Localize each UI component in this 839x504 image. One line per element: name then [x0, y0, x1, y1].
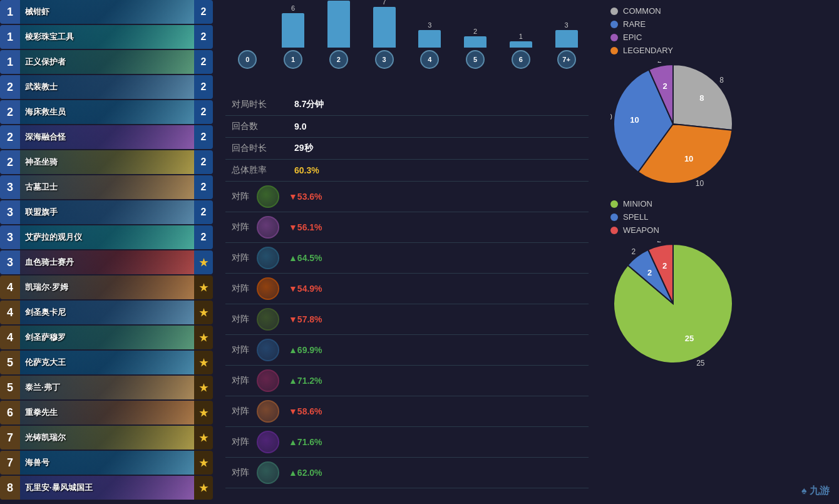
card-cost: 6: [0, 401, 20, 424]
card-count: 2: [194, 100, 213, 124]
card-count: ★: [194, 376, 213, 399]
card-name: 光铸凯瑞尔: [25, 432, 66, 443]
card-count: 2: [194, 25, 213, 49]
pie-outer-label: 2: [657, 241, 661, 244]
matchup-row: 对阵▲64.5%: [225, 243, 589, 274]
bar-element: [373, 7, 396, 48]
card-item[interactable]: 3血色骑士赛丹★: [0, 250, 213, 274]
matchup-row: 对阵▲71.6%: [225, 427, 589, 458]
matchup-label: 对阵: [232, 314, 250, 325]
card-cost: 1: [0, 50, 20, 74]
matchup-icon: [257, 308, 279, 331]
card-item[interactable]: 5泰兰·弗丁★: [0, 376, 213, 399]
pie-outer-label: 10: [696, 179, 704, 187]
card-count: 2: [194, 175, 213, 199]
card-count: 2: [194, 125, 213, 149]
card-item[interactable]: 7光铸凯瑞尔★: [0, 426, 213, 450]
type-pie-chart: 25252222: [610, 241, 736, 366]
card-name: 联盟旗手: [25, 207, 58, 218]
type-legend-dot: [610, 213, 618, 221]
pie-outer-label: 8: [719, 76, 724, 85]
card-image: 联盟旗手: [20, 200, 194, 224]
bar-label: 7+: [557, 50, 576, 69]
bar-group: 37+: [544, 21, 589, 69]
card-name-overlay: 瓦里安·暴风城国王: [20, 476, 194, 500]
card-cost: 3: [0, 175, 20, 199]
matchup-icon: [257, 461, 279, 484]
matchup-row: 对阵▼56.1%: [225, 212, 589, 243]
card-image: 海床救生员: [20, 100, 194, 124]
bar-label: 6: [512, 50, 530, 69]
card-image: 剑圣奥卡尼: [20, 301, 194, 324]
card-cost: 2: [0, 125, 20, 149]
stats-row: 对局时长8.7分钟: [225, 94, 589, 116]
type-legend-label: WEAPON: [623, 225, 659, 235]
card-item[interactable]: 3联盟旗手2: [0, 200, 213, 224]
matchup-rate: ▼56.1%: [289, 222, 322, 232]
card-name: 海兽号: [25, 457, 49, 468]
card-item[interactable]: 5伦萨克大王★: [0, 351, 213, 374]
matchup-rate: ▲71.6%: [289, 437, 322, 447]
bar-label: 0: [238, 50, 257, 69]
card-item[interactable]: 2深海融合怪2: [0, 125, 213, 149]
rarity-legend-item: LEGENDARY: [610, 46, 830, 55]
matchup-label: 对阵: [232, 191, 250, 202]
card-item[interactable]: 1正义保护者2: [0, 50, 213, 74]
card-item[interactable]: 3古墓卫士2: [0, 175, 213, 199]
card-cost: 1: [0, 25, 20, 49]
bar-element: [510, 41, 532, 48]
card-count: ★: [194, 326, 213, 349]
bar-element: [282, 13, 304, 48]
card-image: 伦萨克大王: [20, 351, 194, 374]
stats-value: 29秒: [288, 138, 589, 160]
pie-outer-label: 2: [657, 61, 662, 64]
card-name: 深海融合怪: [25, 131, 66, 143]
card-item[interactable]: 1械钳虾2: [0, 0, 213, 24]
middle-panel: 061827334251637+ 对局时长8.7分钟回合数9.0回合时长29秒总…: [213, 0, 601, 504]
card-item[interactable]: 4剑圣萨穆罗★: [0, 326, 213, 349]
card-name-overlay: 艾萨拉的观月仪: [20, 225, 194, 249]
card-item[interactable]: 8瓦里安·暴风城国王★: [0, 476, 213, 500]
bar-group: 16: [499, 33, 543, 69]
stats-value: 8.7分钟: [288, 94, 589, 116]
pie-label: 10: [630, 115, 639, 125]
bar-group: 73: [362, 0, 406, 69]
card-item[interactable]: 6重拳先生★: [0, 401, 213, 424]
matchup-label: 对阵: [232, 467, 250, 478]
card-cost: 4: [0, 326, 20, 349]
card-name: 正义保护者: [25, 56, 66, 68]
matchup-label: 对阵: [232, 344, 250, 356]
card-image: 海兽号: [20, 451, 194, 475]
card-item[interactable]: 4凯瑞尔·罗姆★: [0, 275, 213, 299]
card-count: 2: [194, 50, 213, 74]
card-name: 凯瑞尔·罗姆: [25, 282, 68, 293]
card-item[interactable]: 2神圣坐骑2: [0, 150, 213, 174]
card-cost: 1: [0, 0, 20, 24]
bar-count-label: 2: [473, 28, 477, 35]
pie-label: 25: [685, 334, 694, 343]
type-legend-label: SPELL: [623, 212, 648, 222]
pie-outer-label: 25: [696, 359, 705, 366]
bar-count-label: 1: [519, 33, 523, 40]
rarity-legend-dot: [610, 47, 618, 54]
card-name-overlay: 棱彩珠宝工具: [20, 25, 194, 49]
stats-table: 对局时长8.7分钟回合数9.0回合时长29秒总体胜率60.3%: [225, 94, 589, 182]
card-item[interactable]: 1棱彩珠宝工具2: [0, 25, 213, 49]
card-count: ★: [194, 476, 213, 500]
card-item[interactable]: 2海床救生员2: [0, 100, 213, 124]
pie-label: 2: [662, 261, 667, 270]
pie-outer-label: 2: [631, 247, 636, 256]
card-item[interactable]: 2武装教士2: [0, 75, 213, 99]
card-item[interactable]: 4剑圣奥卡尼★: [0, 301, 213, 324]
stats-row: 总体胜率60.3%: [225, 160, 589, 182]
matchup-rate: ▲71.2%: [289, 376, 322, 386]
card-item[interactable]: 7海兽号★: [0, 451, 213, 475]
matchup-row: 对阵▼54.9%: [225, 274, 589, 304]
bar-count-label: 3: [565, 21, 569, 29]
card-image: 重拳先生: [20, 401, 194, 424]
card-count: 2: [194, 0, 213, 24]
card-item[interactable]: 3艾萨拉的观月仪2: [0, 225, 213, 249]
bar-label: 3: [375, 50, 394, 69]
stats-value: 60.3%: [288, 160, 589, 182]
card-image: 剑圣萨穆罗: [20, 326, 194, 349]
